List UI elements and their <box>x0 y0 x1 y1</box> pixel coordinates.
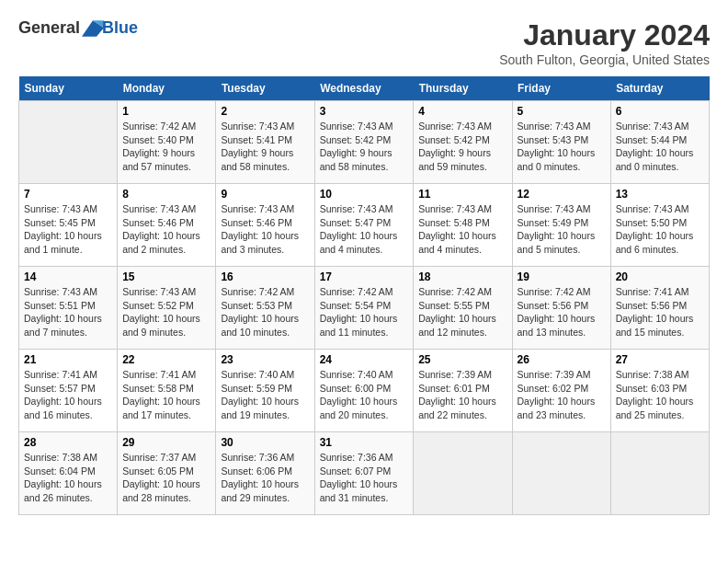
calendar-table: Sunday Monday Tuesday Wednesday Thursday… <box>18 76 710 515</box>
page-header: General Blue January 2024 South Fulton, … <box>18 18 710 67</box>
logo-general: General <box>18 18 80 38</box>
day-number: 16 <box>221 270 309 283</box>
calendar-cell-w2-d2: 8Sunrise: 7:43 AMSunset: 5:46 PMDaylight… <box>118 184 216 267</box>
calendar-cell-w1-d6: 5Sunrise: 7:43 AMSunset: 5:43 PMDaylight… <box>512 101 610 184</box>
day-info: Sunrise: 7:43 AMSunset: 5:52 PMDaylight:… <box>122 285 210 339</box>
day-number: 23 <box>221 353 309 366</box>
header-monday: Monday <box>118 76 216 101</box>
day-number: 30 <box>221 436 309 449</box>
calendar-cell-w4-d3: 23Sunrise: 7:40 AMSunset: 5:59 PMDayligh… <box>216 350 314 432</box>
header-saturday: Saturday <box>610 76 709 101</box>
day-info: Sunrise: 7:36 AMSunset: 6:06 PMDaylight:… <box>221 451 309 505</box>
day-number: 4 <box>418 105 506 118</box>
header-wednesday: Wednesday <box>314 76 414 101</box>
calendar-cell-w4-d7: 27Sunrise: 7:38 AMSunset: 6:03 PMDayligh… <box>610 350 709 432</box>
calendar-cell-w5-d1: 28Sunrise: 7:38 AMSunset: 6:04 PMDayligh… <box>19 432 118 515</box>
day-info: Sunrise: 7:43 AMSunset: 5:47 PMDaylight:… <box>320 202 409 257</box>
calendar-cell-w4-d5: 25Sunrise: 7:39 AMSunset: 6:01 PMDayligh… <box>414 350 512 432</box>
day-number: 14 <box>24 270 112 283</box>
day-number: 24 <box>320 353 409 366</box>
day-number: 22 <box>122 353 210 366</box>
day-number: 20 <box>616 270 704 283</box>
calendar-cell-w5-d4: 31Sunrise: 7:36 AMSunset: 6:07 PMDayligh… <box>314 432 414 515</box>
week-row-3: 14Sunrise: 7:43 AMSunset: 5:51 PMDayligh… <box>19 267 710 350</box>
calendar-cell-w4-d6: 26Sunrise: 7:39 AMSunset: 6:02 PMDayligh… <box>512 350 610 432</box>
day-number: 19 <box>518 270 606 283</box>
calendar-title: January 2024 <box>499 18 710 52</box>
day-info: Sunrise: 7:42 AMSunset: 5:56 PMDaylight:… <box>518 285 606 339</box>
day-info: Sunrise: 7:43 AMSunset: 5:43 PMDaylight:… <box>518 120 606 174</box>
header-sunday: Sunday <box>19 76 118 101</box>
day-info: Sunrise: 7:43 AMSunset: 5:44 PMDaylight:… <box>616 120 704 174</box>
calendar-cell-w5-d7 <box>610 432 709 515</box>
calendar-cell-w2-d4: 10Sunrise: 7:43 AMSunset: 5:47 PMDayligh… <box>314 184 414 267</box>
day-number: 3 <box>320 105 409 118</box>
header-friday: Friday <box>512 76 610 101</box>
day-number: 26 <box>518 353 606 366</box>
calendar-header-row: Sunday Monday Tuesday Wednesday Thursday… <box>19 76 710 101</box>
day-info: Sunrise: 7:43 AMSunset: 5:48 PMDaylight:… <box>418 202 506 257</box>
calendar-cell-w1-d2: 1Sunrise: 7:42 AMSunset: 5:40 PMDaylight… <box>118 101 216 184</box>
day-info: Sunrise: 7:42 AMSunset: 5:55 PMDaylight:… <box>418 285 506 339</box>
day-info: Sunrise: 7:41 AMSunset: 5:58 PMDaylight:… <box>122 368 210 422</box>
day-number: 6 <box>616 105 704 118</box>
calendar-cell-w1-d1 <box>19 101 118 184</box>
calendar-cell-w3-d7: 20Sunrise: 7:41 AMSunset: 5:56 PMDayligh… <box>610 267 709 350</box>
day-number: 5 <box>518 105 606 118</box>
calendar-cell-w5-d6 <box>512 432 610 515</box>
week-row-1: 1Sunrise: 7:42 AMSunset: 5:40 PMDaylight… <box>19 101 710 184</box>
logo-blue: Blue <box>102 18 138 37</box>
calendar-cell-w2-d5: 11Sunrise: 7:43 AMSunset: 5:48 PMDayligh… <box>414 184 512 267</box>
calendar-cell-w2-d1: 7Sunrise: 7:43 AMSunset: 5:45 PMDaylight… <box>19 184 118 267</box>
day-number: 15 <box>122 270 210 283</box>
day-info: Sunrise: 7:41 AMSunset: 5:57 PMDaylight:… <box>24 368 112 422</box>
calendar-cell-w5-d3: 30Sunrise: 7:36 AMSunset: 6:06 PMDayligh… <box>216 432 314 515</box>
calendar-cell-w2-d3: 9Sunrise: 7:43 AMSunset: 5:46 PMDaylight… <box>216 184 314 267</box>
header-thursday: Thursday <box>414 76 512 101</box>
day-info: Sunrise: 7:43 AMSunset: 5:51 PMDaylight:… <box>24 285 112 339</box>
day-number: 18 <box>418 270 506 283</box>
day-info: Sunrise: 7:43 AMSunset: 5:49 PMDaylight:… <box>518 202 606 257</box>
day-number: 10 <box>320 188 409 201</box>
day-info: Sunrise: 7:43 AMSunset: 5:41 PMDaylight:… <box>221 120 309 174</box>
day-info: Sunrise: 7:39 AMSunset: 6:02 PMDaylight:… <box>518 368 606 422</box>
day-number: 2 <box>221 105 309 118</box>
header-tuesday: Tuesday <box>216 76 314 101</box>
calendar-cell-w4-d4: 24Sunrise: 7:40 AMSunset: 6:00 PMDayligh… <box>314 350 414 432</box>
day-info: Sunrise: 7:43 AMSunset: 5:42 PMDaylight:… <box>320 120 409 174</box>
logo-icon <box>82 19 104 38</box>
calendar-cell-w1-d7: 6Sunrise: 7:43 AMSunset: 5:44 PMDaylight… <box>610 101 709 184</box>
day-info: Sunrise: 7:43 AMSunset: 5:46 PMDaylight:… <box>221 202 309 257</box>
day-number: 17 <box>320 270 409 283</box>
calendar-cell-w1-d4: 3Sunrise: 7:43 AMSunset: 5:42 PMDaylight… <box>314 101 414 184</box>
day-info: Sunrise: 7:37 AMSunset: 6:05 PMDaylight:… <box>122 451 210 505</box>
day-info: Sunrise: 7:43 AMSunset: 5:50 PMDaylight:… <box>616 202 704 257</box>
day-info: Sunrise: 7:43 AMSunset: 5:45 PMDaylight:… <box>24 202 112 257</box>
day-number: 21 <box>24 353 112 366</box>
calendar-cell-w5-d2: 29Sunrise: 7:37 AMSunset: 6:05 PMDayligh… <box>118 432 216 515</box>
day-number: 27 <box>616 353 704 366</box>
calendar-cell-w1-d5: 4Sunrise: 7:43 AMSunset: 5:42 PMDaylight… <box>414 101 512 184</box>
day-number: 25 <box>418 353 506 366</box>
day-number: 8 <box>122 188 210 201</box>
calendar-cell-w1-d3: 2Sunrise: 7:43 AMSunset: 5:41 PMDaylight… <box>216 101 314 184</box>
day-info: Sunrise: 7:42 AMSunset: 5:53 PMDaylight:… <box>221 285 309 339</box>
calendar-cell-w3-d4: 17Sunrise: 7:42 AMSunset: 5:54 PMDayligh… <box>314 267 414 350</box>
calendar-cell-w5-d5 <box>414 432 512 515</box>
day-number: 13 <box>616 188 704 201</box>
title-area: January 2024 South Fulton, Georgia, Unit… <box>499 18 710 67</box>
day-info: Sunrise: 7:41 AMSunset: 5:56 PMDaylight:… <box>616 285 704 339</box>
calendar-cell-w4-d1: 21Sunrise: 7:41 AMSunset: 5:57 PMDayligh… <box>19 350 118 432</box>
logo: General Blue <box>18 18 138 38</box>
day-info: Sunrise: 7:40 AMSunset: 5:59 PMDaylight:… <box>221 368 309 422</box>
day-info: Sunrise: 7:42 AMSunset: 5:54 PMDaylight:… <box>320 285 409 339</box>
calendar-cell-w3-d6: 19Sunrise: 7:42 AMSunset: 5:56 PMDayligh… <box>512 267 610 350</box>
day-number: 9 <box>221 188 309 201</box>
day-number: 1 <box>122 105 210 118</box>
calendar-cell-w4-d2: 22Sunrise: 7:41 AMSunset: 5:58 PMDayligh… <box>118 350 216 432</box>
day-info: Sunrise: 7:43 AMSunset: 5:42 PMDaylight:… <box>418 120 506 174</box>
week-row-4: 21Sunrise: 7:41 AMSunset: 5:57 PMDayligh… <box>19 350 710 432</box>
day-number: 7 <box>24 188 112 201</box>
day-info: Sunrise: 7:38 AMSunset: 6:03 PMDaylight:… <box>616 368 704 422</box>
day-number: 28 <box>24 436 112 449</box>
